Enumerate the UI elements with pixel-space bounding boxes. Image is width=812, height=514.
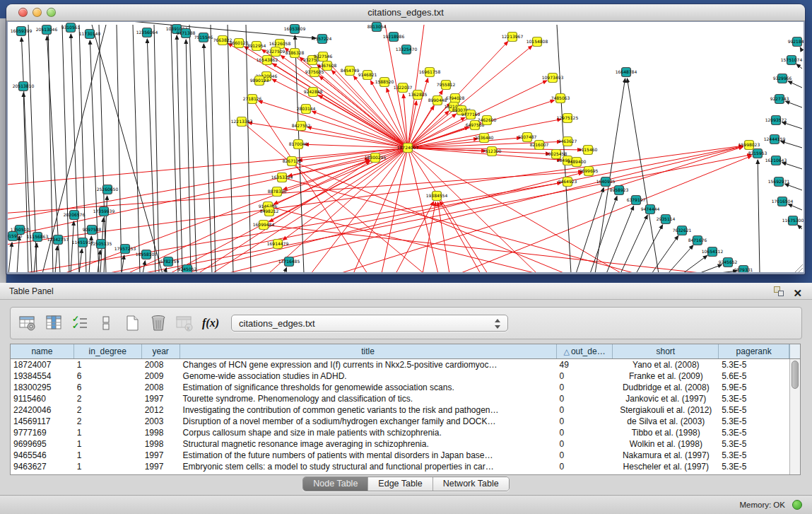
graph-node[interactable]: 16353394	[271, 173, 293, 182]
graph-node[interactable]: 17957253	[114, 245, 136, 254]
graph-node[interactable]: 9464923	[558, 177, 577, 187]
graph-node[interactable]: 9327509	[266, 47, 286, 57]
graph-node[interactable]: 8454749	[341, 66, 360, 76]
network-window-titlebar[interactable]: citations_edges.txt	[6, 4, 805, 21]
table-row[interactable]: 1872400712008Changes of HCN gene express…	[11, 359, 789, 370]
graph-node[interactable]: 16961758	[419, 68, 441, 77]
graph-node[interactable]: 8660123	[230, 39, 249, 48]
graph-node[interactable]: 9879331	[734, 266, 753, 273]
table-row[interactable]: 2242004622012Investigating the contribut…	[11, 404, 789, 416]
graph-node[interactable]: 20206576	[64, 211, 86, 220]
graph-node[interactable]: 12975125	[557, 114, 579, 123]
graph-node[interactable]: 2718126	[243, 95, 262, 104]
graph-node[interactable]: 9227343	[770, 95, 789, 104]
graph-node[interactable]: 12093572	[765, 116, 787, 125]
graph-node[interactable]: 8427552	[292, 122, 311, 131]
graph-node[interactable]: 9310561	[61, 23, 81, 33]
table-row[interactable]: 911546021997Tourette syndrome. Phenomeno…	[11, 393, 789, 404]
graph-node[interactable]: 16210643	[765, 156, 787, 165]
graph-node[interactable]: 13716485	[278, 257, 300, 267]
graph-node[interactable]: 6379197	[627, 196, 646, 205]
graph-node[interactable]: 7485063	[551, 94, 570, 103]
graph-node[interactable]: 10154808	[526, 37, 548, 47]
float-panel-icon[interactable]	[774, 286, 784, 296]
table-row[interactable]: 1830029562008Estimation of significance …	[11, 382, 789, 393]
table-settings-icon[interactable]	[18, 313, 37, 333]
graph-node[interactable]: 8912954	[247, 42, 266, 51]
graph-node[interactable]: 20513810	[13, 82, 35, 91]
graph-node[interactable]: 15751074	[781, 56, 803, 65]
graph-node[interactable]: 8215953	[748, 149, 767, 158]
row-height-icon[interactable]	[96, 313, 116, 333]
table-scrollbar-thumb[interactable]	[792, 361, 799, 389]
graph-node[interactable]: 8498212	[260, 207, 279, 216]
table-row[interactable]: 977716911998Corpus callosum shape and si…	[11, 427, 789, 438]
graph-node[interactable]: 9245652	[719, 258, 738, 267]
delete-attribute-icon[interactable]	[148, 313, 168, 333]
graph-node[interactable]: 9463627	[558, 137, 577, 146]
graph-node[interactable]: 19218986	[383, 33, 405, 42]
column-header-short[interactable]: short	[613, 344, 719, 358]
tab-node-table[interactable]: Node Table	[303, 477, 368, 491]
column-header-out_de[interactable]: △out_de…	[557, 344, 613, 358]
graph-node[interactable]: 6794028	[446, 94, 465, 103]
function-builder-icon[interactable]: f(x)	[201, 313, 220, 333]
graph-node[interactable]: 9107487	[518, 133, 537, 142]
graph-node[interactable]: 9115460	[579, 146, 598, 155]
graph-node[interactable]: 1588520	[375, 78, 394, 87]
column-header-in_degree[interactable]: in_degree	[74, 344, 142, 358]
graph-node[interactable]: 1322037	[394, 83, 413, 93]
window-resize-grip[interactable]	[794, 264, 803, 272]
graph-node[interactable]: 15998023	[739, 141, 760, 150]
new-table-icon[interactable]	[122, 313, 142, 333]
graph-node[interactable]: 16958107	[136, 250, 158, 259]
graph-node[interactable]: 16053809	[284, 25, 306, 34]
graph-node[interactable]: 16914479	[267, 240, 289, 249]
graph-node[interactable]: 12505135	[90, 240, 112, 249]
graph-node[interactable]: 9171388	[177, 29, 196, 38]
column-header-year[interactable]: year	[142, 344, 180, 358]
graph-node[interactable]: 12356064	[136, 28, 158, 37]
graph-node[interactable]: 25260650	[97, 185, 119, 194]
graph-node[interactable]: 11730140	[79, 30, 101, 39]
select-columns-icon[interactable]: ✓✓	[70, 313, 90, 333]
graph-node[interactable]: 8186328	[286, 49, 305, 58]
citation-network-graph[interactable]: 1605939920513046931056111730140123560641…	[8, 22, 804, 272]
table-row[interactable]: 969969511998Structural magnetic resonanc…	[11, 438, 789, 450]
graph-node[interactable]: 12213967	[502, 33, 524, 42]
graph-node[interactable]: 9245052	[178, 265, 197, 273]
table-row[interactable]: 1938455462009Genome-wide association stu…	[11, 370, 789, 382]
graph-node[interactable]: 8170040	[289, 140, 308, 149]
column-header-name[interactable]: name	[11, 344, 74, 358]
table-row[interactable]: 1456911722003Disruption of a novel membe…	[11, 416, 789, 427]
graph-node[interactable]: 19384554	[426, 192, 448, 201]
table-select-dropdown[interactable]: citations_edges.txt	[231, 315, 508, 332]
graph-node[interactable]: 8267130	[283, 157, 302, 166]
graph-node[interactable]: 7557224	[313, 35, 332, 44]
graph-node[interactable]: 1362835	[408, 90, 428, 100]
graph-node[interactable]: 1640935	[596, 177, 616, 187]
graph-node[interactable]: 9146821	[358, 71, 377, 80]
graph-node[interactable]: 11675300	[782, 216, 804, 226]
graph-node[interactable]: 16782759	[158, 257, 180, 267]
graph-node[interactable]: 11156863	[27, 233, 49, 242]
tab-edge-table[interactable]: Edge Table	[368, 477, 433, 491]
graph-node[interactable]: 8216007	[530, 141, 549, 150]
graph-node[interactable]: 20513046	[36, 25, 58, 35]
close-panel-icon[interactable]: ✕	[793, 285, 802, 302]
network-canvas[interactable]: 1605939920513046931056111730140123560641…	[8, 22, 804, 272]
graph-node[interactable]: 8813054	[367, 23, 387, 32]
graph-node[interactable]: 16543862	[257, 56, 278, 65]
graph-node[interactable]: 9242848	[304, 88, 323, 97]
graph-node[interactable]: 9699695	[579, 167, 599, 176]
graph-node[interactable]: 7515546	[194, 33, 213, 42]
graph-node[interactable]: 2935114	[657, 215, 676, 224]
graph-node[interactable]: 7632621	[673, 226, 692, 235]
column-header-title[interactable]: title	[180, 344, 557, 358]
delete-table-icon[interactable]: x	[175, 313, 194, 333]
table-row[interactable]: 946554611997Estimation of the future num…	[11, 450, 789, 461]
graph-node[interactable]: 15692971	[768, 177, 790, 187]
table-row[interactable]: 946362711997Embryonic stem cells: a mode…	[11, 461, 789, 472]
graph-node[interactable]: 7512300	[483, 147, 502, 156]
graph-node[interactable]: 2803144	[297, 105, 316, 114]
